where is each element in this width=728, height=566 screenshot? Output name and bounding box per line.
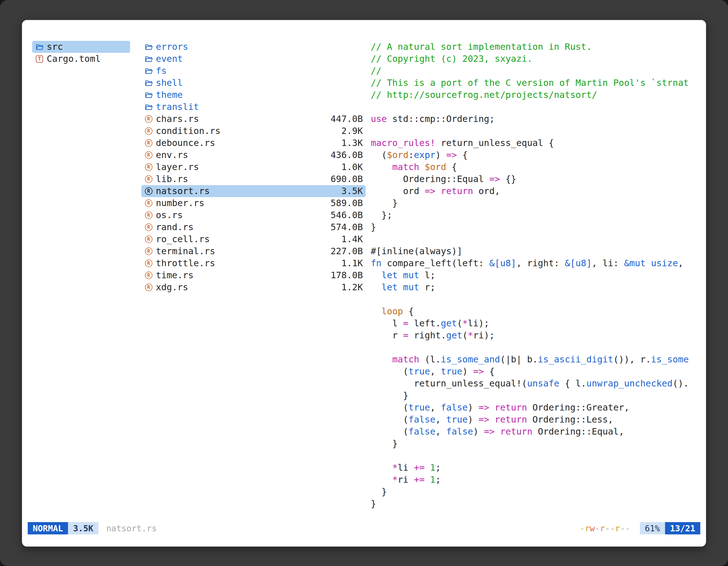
- code-line: ($ord:expr) => {: [371, 149, 700, 161]
- file-row-errors[interactable]: errors: [141, 41, 366, 53]
- code-line: }: [371, 197, 700, 209]
- item-label: event: [156, 53, 183, 65]
- permission-char: w: [590, 523, 595, 533]
- file-row-debounce.rs[interactable]: Rdebounce.rs1.3K: [141, 137, 366, 149]
- code-line: match $ord {: [371, 161, 700, 173]
- rust-icon: R: [144, 272, 153, 279]
- file-row-time.rs[interactable]: Rtime.rs178.0B: [141, 269, 366, 281]
- rust-icon: R: [144, 283, 153, 291]
- file-size: 436.0B: [330, 149, 363, 161]
- file-size: 2.9K: [341, 125, 363, 137]
- code-line: [371, 101, 700, 113]
- file-row-os.rs[interactable]: Ros.rs546.0B: [141, 209, 366, 221]
- item-label: theme: [156, 89, 183, 101]
- item-label: fs: [156, 65, 167, 77]
- permission-char: --: [605, 523, 615, 533]
- rust-icon: R: [144, 236, 153, 243]
- file-size: 589.0B: [330, 197, 363, 209]
- file-row-rand.rs[interactable]: Rrand.rs574.0B: [141, 221, 366, 233]
- item-label: xdg.rs: [156, 281, 188, 293]
- rust-icon: R: [144, 224, 153, 231]
- file-row-chars.rs[interactable]: Rchars.rs447.0B: [141, 113, 366, 125]
- file-row-natsort.rs[interactable]: Rnatsort.rs3.5K: [141, 185, 366, 197]
- code-line: (false, true) => return Ordering::Less,: [371, 414, 700, 426]
- item-label: chars.rs: [156, 113, 199, 125]
- file-row-lib.rs[interactable]: Rlib.rs690.0B: [141, 173, 366, 185]
- parent-item-src[interactable]: src: [32, 41, 130, 53]
- file-size: 1.1K: [341, 257, 363, 269]
- file-row-shell[interactable]: shell: [141, 77, 366, 89]
- code-line: fn compare_left(left: &[u8], right: &[u8…: [371, 257, 700, 269]
- permission-char: -: [580, 523, 585, 533]
- code-line: };: [371, 209, 700, 221]
- rust-icon: R: [144, 248, 153, 255]
- parent-item-Cargo.toml[interactable]: TCargo.toml: [32, 53, 130, 65]
- permission-char: r: [585, 523, 590, 533]
- code-line: // http://sourcefrog.net/projects/natsor…: [371, 89, 700, 101]
- item-label: throttle.rs: [156, 257, 215, 269]
- code-line: // A natural sort implementation in Rust…: [371, 41, 700, 53]
- code-line: *li += 1;: [371, 462, 700, 474]
- rust-icon: R: [144, 212, 153, 219]
- code-line: loop {: [371, 305, 700, 317]
- file-row-env.rs[interactable]: Renv.rs436.0B: [141, 149, 366, 161]
- code-line: }: [371, 486, 700, 498]
- code-line: }: [371, 438, 700, 450]
- folder-open-icon: [144, 79, 153, 87]
- file-row-theme[interactable]: theme: [141, 89, 366, 101]
- file-size: 1.0K: [341, 161, 363, 173]
- code-line: [371, 125, 700, 137]
- item-label: debounce.rs: [156, 137, 215, 149]
- item-label: translit: [156, 101, 199, 113]
- file-size: 1.2K: [341, 281, 363, 293]
- code-line: }: [371, 389, 700, 401]
- rust-icon: R: [144, 200, 153, 207]
- file-row-layer.rs[interactable]: Rlayer.rs1.0K: [141, 161, 366, 173]
- file-row-event[interactable]: event: [141, 53, 366, 65]
- file-row-terminal.rs[interactable]: Rterminal.rs227.0B: [141, 245, 366, 257]
- file-row-number.rs[interactable]: Rnumber.rs589.0B: [141, 197, 366, 209]
- code-line: macro_rules! return_unless_equal {: [371, 137, 700, 149]
- code-line: (false, false) => return Ordering::Equal…: [371, 426, 700, 438]
- file-row-throttle.rs[interactable]: Rthrottle.rs1.1K: [141, 257, 366, 269]
- file-size: 227.0B: [330, 245, 363, 257]
- file-size: 3.5K: [341, 185, 363, 197]
- file-row-fs[interactable]: fs: [141, 65, 366, 77]
- code-line: [371, 293, 700, 305]
- code-line: //: [371, 65, 700, 77]
- rust-icon: R: [144, 163, 153, 171]
- status-bar: NORMAL 3.5K natsort.rs -rw-r--r-- 61% 13…: [28, 522, 700, 535]
- item-label: lib.rs: [156, 173, 188, 185]
- mode-badge: NORMAL: [28, 522, 68, 534]
- item-label: time.rs: [156, 269, 194, 281]
- item-label: terminal.rs: [156, 245, 215, 257]
- code-line: }: [371, 221, 700, 233]
- code-line: }: [371, 498, 700, 510]
- rust-icon: R: [144, 175, 153, 183]
- item-label: condition.rs: [156, 125, 220, 137]
- file-size: 447.0B: [330, 113, 363, 125]
- code-line: l = left.get(*li);: [371, 317, 700, 329]
- current-pane: errorseventfsshellthemetranslitRchars.rs…: [141, 41, 366, 293]
- status-bar-right: -rw-r--r-- 61% 13/21: [580, 522, 700, 534]
- item-label: ro_cell.rs: [156, 233, 210, 245]
- item-label: Cargo.toml: [47, 53, 101, 65]
- folder-open-icon: [144, 91, 153, 99]
- file-size: 574.0B: [330, 221, 363, 233]
- parent-pane: srcTCargo.toml: [32, 41, 130, 65]
- item-label: env.rs: [156, 149, 188, 161]
- file-row-xdg.rs[interactable]: Rxdg.rs1.2K: [141, 281, 366, 293]
- code-line: return_unless_equal!(unsafe { l.unwrap_u…: [371, 377, 700, 389]
- folder-open-icon: [35, 43, 44, 51]
- permission-char: -: [595, 523, 600, 533]
- code-line: let mut r;: [371, 281, 700, 293]
- code-line: use std::cmp::Ordering;: [371, 113, 700, 125]
- permission-char: r: [615, 523, 620, 533]
- code-line: // This is a port of the C version of Ma…: [371, 77, 700, 89]
- file-row-condition.rs[interactable]: Rcondition.rs2.9K: [141, 125, 366, 137]
- desktop-background: srcTCargo.toml errorseventfsshellthemetr…: [0, 0, 728, 566]
- code-line: Ordering::Equal => {}: [371, 173, 700, 185]
- file-row-ro_cell.rs[interactable]: Rro_cell.rs1.4K: [141, 233, 366, 245]
- code-line: ord => return ord,: [371, 185, 700, 197]
- file-row-translit[interactable]: translit: [141, 101, 366, 113]
